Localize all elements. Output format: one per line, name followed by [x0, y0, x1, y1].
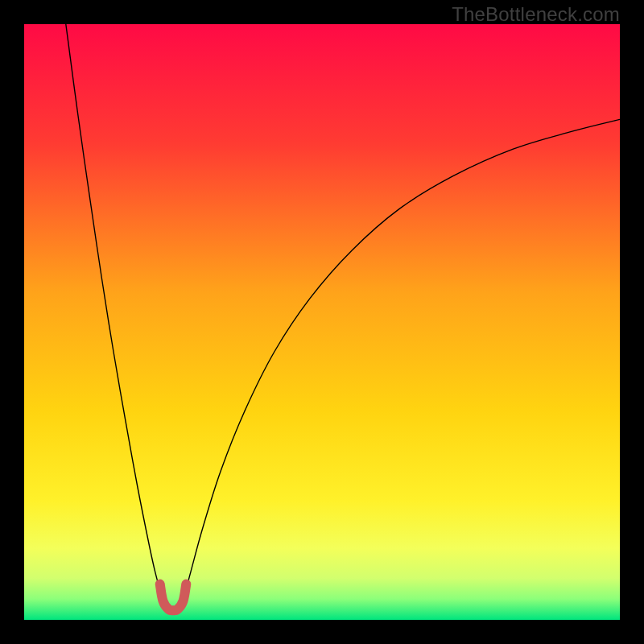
chart-plot [24, 24, 620, 620]
watermark-text: TheBottleneck.com [452, 3, 620, 26]
chart-background [24, 24, 620, 620]
chart-frame: TheBottleneck.com [0, 0, 644, 644]
